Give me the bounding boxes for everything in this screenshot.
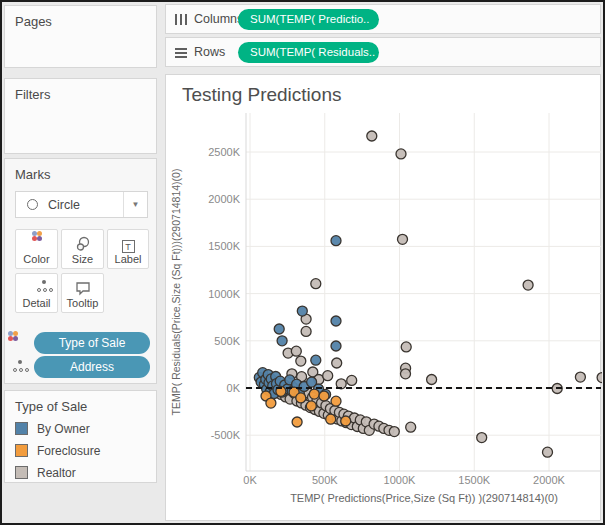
marks-card: Marks Circle ▼ Color Size T Label	[4, 158, 157, 384]
x-tick-label: 0K	[243, 474, 257, 486]
legend-item-by-owner[interactable]: By Owner	[15, 421, 150, 439]
y-tick-label: -500K	[211, 429, 241, 441]
scatter-point-realtor[interactable]	[543, 447, 553, 457]
columns-label: Columns	[194, 12, 243, 26]
color-button-label: Color	[16, 253, 57, 265]
realtor-swatch	[15, 466, 28, 479]
scatter-point-realtor[interactable]	[296, 356, 306, 366]
by-owner-swatch	[15, 422, 28, 435]
scatter-point-by-owner[interactable]	[277, 336, 287, 346]
scatter-point-realtor[interactable]	[332, 358, 342, 368]
foreclosure-swatch	[15, 444, 28, 457]
y-tick-label: 2000K	[208, 193, 240, 205]
address-pill-row: Address	[13, 356, 153, 378]
size-button[interactable]: Size	[61, 229, 104, 269]
scatter-point-realtor[interactable]	[398, 234, 408, 244]
y-tick-label: 1000K	[208, 288, 240, 300]
size-button-label: Size	[62, 253, 103, 265]
scatter-point-realtor[interactable]	[575, 372, 585, 382]
scatter-point-realtor[interactable]	[401, 342, 411, 352]
scatter-point-realtor[interactable]	[367, 131, 377, 141]
tableau-window: Pages Filters Marks Circle ▼ Color Size …	[0, 0, 605, 525]
scatter-point-realtor[interactable]	[291, 346, 301, 356]
tooltip-button-label: Tooltip	[62, 297, 103, 309]
color-button[interactable]: Color	[15, 229, 58, 269]
filters-label: Filters	[15, 87, 50, 102]
y-tick-label: 1500K	[208, 240, 240, 252]
scatter-point-foreclosure[interactable]	[292, 417, 302, 427]
label-button[interactable]: T Label	[107, 229, 149, 269]
address-pill[interactable]: Address	[34, 356, 150, 378]
legend-item-label: By Owner	[37, 422, 90, 436]
y-tick-label: 2500K	[208, 146, 240, 158]
scatter-plot[interactable]: TEMP( Residuals(Price,Size (Sq Ft)))(290…	[166, 75, 602, 522]
color-legend: Type of Sale By Owner Foreclosure Realto…	[4, 390, 157, 483]
scatter-point-realtor[interactable]	[323, 371, 333, 381]
type-of-sale-pill[interactable]: Type of Sale	[34, 332, 150, 354]
type-of-sale-pill-row: Type of Sale	[13, 332, 153, 354]
scatter-point-realtor[interactable]	[301, 326, 311, 336]
y-axis-title: TEMP( Residuals(Price,Size (Sq Ft)))(290…	[170, 169, 182, 416]
worksheet: Testing Predictions TEMP( Residuals(Pric…	[165, 74, 601, 521]
columns-field-pill[interactable]: SUM(TEMP( Predictio..	[238, 9, 379, 30]
scatter-point-foreclosure[interactable]	[331, 396, 341, 406]
scatter-point-by-owner[interactable]	[311, 355, 321, 365]
scatter-point-foreclosure[interactable]	[326, 414, 336, 424]
scatter-point-realtor[interactable]	[396, 149, 406, 159]
scatter-point-foreclosure[interactable]	[306, 401, 316, 411]
x-tick-label: 1000K	[384, 474, 416, 486]
pages-label: Pages	[15, 14, 52, 29]
scatter-point-realtor[interactable]	[311, 279, 321, 289]
scatter-point-realtor[interactable]	[523, 280, 533, 290]
tooltip-button[interactable]: Tooltip	[61, 273, 104, 313]
x-tick-label: 500K	[312, 474, 338, 486]
rows-icon	[175, 47, 189, 59]
legend-title: Type of Sale	[15, 399, 87, 414]
rows-shelf[interactable]: Rows SUM(TEMP( Residuals..	[165, 37, 601, 67]
scatter-point-by-owner[interactable]	[331, 316, 341, 326]
scatter-point-by-owner[interactable]	[297, 306, 307, 316]
tooltip-bubble-icon	[62, 280, 103, 296]
mark-type-dropdown[interactable]: Circle ▼	[15, 191, 148, 218]
scatter-point-foreclosure[interactable]	[319, 391, 329, 401]
scatter-point-foreclosure[interactable]	[341, 416, 351, 426]
color-dots-icon	[13, 336, 31, 352]
detail-button[interactable]: Detail	[15, 273, 58, 313]
rows-field-pill[interactable]: SUM(TEMP( Residuals..	[238, 42, 379, 63]
pages-shelf[interactable]: Pages	[4, 5, 157, 68]
scatter-point-realtor[interactable]	[597, 373, 602, 383]
scatter-point-foreclosure[interactable]	[309, 389, 319, 399]
scatter-point-by-owner[interactable]	[331, 341, 341, 351]
y-tick-label: 500K	[214, 335, 240, 347]
legend-item-realtor[interactable]: Realtor	[15, 465, 150, 483]
scatter-point-by-owner[interactable]	[274, 324, 284, 334]
scatter-point-realtor[interactable]	[347, 375, 357, 385]
size-circles-icon	[62, 236, 103, 252]
columns-shelf[interactable]: Columns SUM(TEMP( Predictio..	[165, 4, 601, 34]
filters-shelf[interactable]: Filters	[4, 78, 157, 154]
marks-label: Marks	[15, 167, 50, 182]
color-dots-icon	[16, 236, 57, 252]
scatter-point-foreclosure[interactable]	[266, 398, 276, 408]
legend-item-foreclosure[interactable]: Foreclosure	[15, 443, 150, 461]
x-tick-label: 1500K	[458, 474, 490, 486]
legend-item-label: Foreclosure	[37, 444, 100, 458]
scatter-point-by-owner[interactable]	[331, 236, 341, 246]
scatter-point-realtor[interactable]	[427, 375, 437, 385]
scatter-point-foreclosure[interactable]	[296, 393, 306, 403]
rows-label: Rows	[194, 45, 225, 59]
y-tick-label: 0K	[227, 382, 241, 394]
scatter-point-realtor[interactable]	[389, 427, 399, 437]
circle-mark-icon	[27, 199, 38, 210]
x-axis-title: TEMP( Predictions(Price,Size (Sq Ft)) )(…	[290, 492, 558, 504]
detail-dots-icon	[16, 280, 57, 296]
text-label-icon: T	[108, 236, 148, 252]
scatter-point-realtor[interactable]	[477, 433, 487, 443]
legend-item-label: Realtor	[37, 466, 76, 480]
scatter-point-realtor[interactable]	[401, 369, 411, 379]
label-button-label: Label	[108, 253, 148, 265]
scatter-point-realtor[interactable]	[406, 422, 416, 432]
chevron-down-icon[interactable]: ▼	[123, 192, 147, 217]
detail-button-label: Detail	[16, 297, 57, 309]
columns-icon	[175, 14, 189, 26]
